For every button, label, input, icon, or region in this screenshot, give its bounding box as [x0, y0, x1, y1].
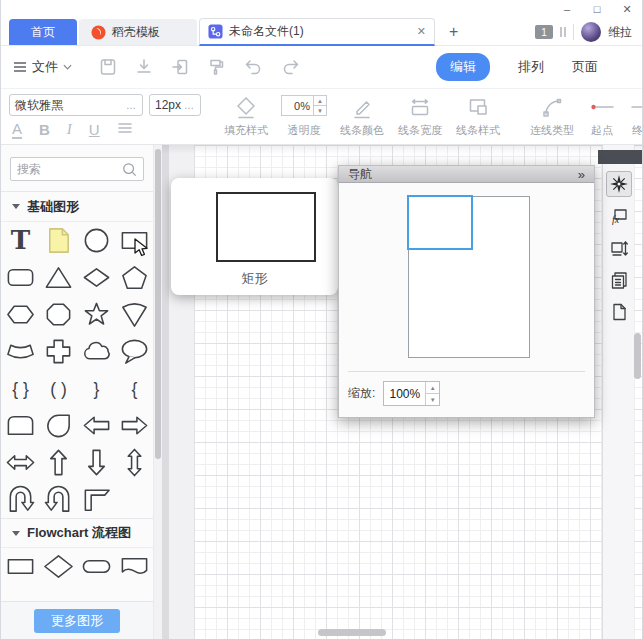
text-align-button[interactable]: [117, 121, 133, 138]
shape-triangle[interactable]: [39, 259, 77, 296]
new-tab-button[interactable]: +: [449, 19, 458, 45]
shape-cross[interactable]: [39, 333, 77, 370]
shape-note[interactable]: [39, 222, 77, 259]
tab-home[interactable]: 首页: [9, 19, 77, 45]
shape-terminator[interactable]: [77, 548, 115, 585]
opacity-input[interactable]: 0% ▲▼: [281, 95, 327, 116]
font-family-select[interactable]: 微软雅黑 …: [9, 94, 143, 116]
navigation-panel: 导航 » 缩放: 100% ▲▼: [338, 165, 595, 418]
close-button[interactable]: ✕: [612, 0, 642, 18]
shape-arc-trapezoid[interactable]: [1, 333, 39, 370]
shape-corner[interactable]: [77, 481, 115, 518]
start-point-button[interactable]: 起点: [581, 94, 623, 140]
shape-hexagon[interactable]: [1, 296, 39, 333]
connector-type-button[interactable]: 连线类型: [523, 94, 581, 140]
new-page-button[interactable]: [606, 299, 632, 325]
shape-document[interactable]: [115, 548, 153, 585]
shape-right-arrow[interactable]: [115, 407, 153, 444]
navigation-compass-button[interactable]: [606, 171, 632, 197]
shape-oval-callout[interactable]: [115, 333, 153, 370]
file-menu[interactable]: 文件: [13, 58, 72, 76]
svg-text:( ): ( ): [50, 379, 66, 399]
underline-button[interactable]: U: [89, 121, 100, 138]
shape-octagon[interactable]: [39, 296, 77, 333]
shape-circle[interactable]: [77, 222, 115, 259]
shape-left-brace[interactable]: {: [115, 370, 153, 407]
more-shapes-button[interactable]: 更多图形: [34, 609, 120, 633]
connector-type-label: 连线类型: [530, 123, 574, 138]
tab-docer-templates[interactable]: 稻壳模板: [79, 19, 197, 45]
shape-u-turn-left-arrow[interactable]: [1, 481, 39, 518]
shape-decision[interactable]: [39, 548, 77, 585]
font-size-select[interactable]: 12px …: [149, 94, 201, 116]
line-style-button[interactable]: 线条样式: [449, 94, 507, 140]
font-color-button[interactable]: A: [12, 121, 22, 140]
shape-rounded-rectangle[interactable]: [1, 259, 39, 296]
copy-page-button[interactable]: [606, 267, 632, 293]
export-button[interactable]: [170, 57, 190, 77]
search-input[interactable]: [17, 162, 118, 176]
shape-right-brace[interactable]: }: [77, 370, 115, 407]
download-button[interactable]: [134, 57, 154, 77]
end-point-button[interactable]: 终点: [623, 94, 642, 140]
shape-card[interactable]: [1, 407, 39, 444]
line-width-button[interactable]: 线条宽度: [391, 94, 449, 140]
tab-docer-label: 稻壳模板: [112, 24, 160, 41]
horizontal-scrollbar-thumb[interactable]: [318, 629, 386, 636]
shape-cloud[interactable]: [77, 333, 115, 370]
shape-double-brace[interactable]: { }: [1, 370, 39, 407]
page-menu[interactable]: 页面: [572, 58, 598, 76]
collapse-panel-icon[interactable]: »: [578, 168, 585, 181]
zoom-input[interactable]: 100% ▲▼: [383, 381, 440, 406]
function-button[interactable]: fx: [606, 203, 632, 229]
shape-double-parenthesis[interactable]: ( ): [39, 370, 77, 407]
tab-close-icon[interactable]: ✕: [417, 25, 426, 38]
format-painter-button[interactable]: [206, 57, 226, 77]
fill-style-button[interactable]: 填充样式: [217, 94, 275, 140]
shape-text[interactable]: T: [1, 222, 39, 259]
viewport-indicator[interactable]: [407, 195, 473, 250]
shape-left-arrow[interactable]: [77, 407, 115, 444]
sidebar-scrollbar-thumb[interactable]: [155, 149, 161, 459]
basic-shapes-section-header[interactable]: 基础图形: [1, 192, 153, 222]
shape-diamond[interactable]: [77, 259, 115, 296]
resize-page-button[interactable]: [606, 235, 632, 261]
shape-star[interactable]: [77, 296, 115, 333]
flowchart-section-header[interactable]: Flowchart 流程图: [1, 518, 153, 548]
connector-type-icon: [540, 95, 564, 119]
zoom-down-icon[interactable]: ▼: [426, 394, 439, 405]
minimize-button[interactable]: –: [552, 0, 582, 18]
shape-up-arrow[interactable]: [39, 444, 77, 481]
arrange-menu[interactable]: 排列: [518, 58, 544, 76]
redo-button[interactable]: [280, 56, 302, 78]
shape-down-arrow[interactable]: [77, 444, 115, 481]
shape-u-turn-right-arrow[interactable]: [39, 481, 77, 518]
rectangle-preview: [216, 192, 316, 262]
line-color-button[interactable]: 线条颜色: [333, 94, 391, 140]
shape-left-right-arrow[interactable]: [1, 444, 39, 481]
vertical-scrollbar-thumb[interactable]: [634, 333, 641, 379]
shape-teardrop[interactable]: [39, 407, 77, 444]
save-button[interactable]: [98, 57, 118, 77]
shape-preview-label: 矩形: [171, 270, 338, 288]
undo-button[interactable]: [242, 56, 264, 78]
font-more-icon[interactable]: …: [126, 100, 137, 111]
opacity-down-icon[interactable]: ▼: [314, 106, 326, 115]
bold-button[interactable]: B: [39, 121, 50, 138]
edit-mode-button[interactable]: 编辑: [436, 53, 490, 81]
sidebar-scrollbar[interactable]: [153, 145, 162, 639]
opacity-up-icon[interactable]: ▲: [314, 96, 326, 106]
italic-button[interactable]: I: [67, 121, 72, 138]
collapsed-panel-bar[interactable]: [598, 150, 642, 164]
tab-document[interactable]: 未命名文件(1) ✕: [199, 18, 435, 46]
shape-fan[interactable]: [115, 296, 153, 333]
navigation-panel-header[interactable]: 导航 »: [339, 166, 594, 183]
zoom-up-icon[interactable]: ▲: [426, 382, 439, 394]
shape-pentagon[interactable]: [115, 259, 153, 296]
username[interactable]: 维拉: [608, 24, 632, 41]
user-avatar[interactable]: [581, 22, 601, 42]
shape-process[interactable]: [1, 548, 39, 585]
maximize-button[interactable]: □: [582, 0, 612, 18]
shape-up-down-arrow[interactable]: [115, 444, 153, 481]
size-more-icon[interactable]: …: [184, 100, 195, 111]
